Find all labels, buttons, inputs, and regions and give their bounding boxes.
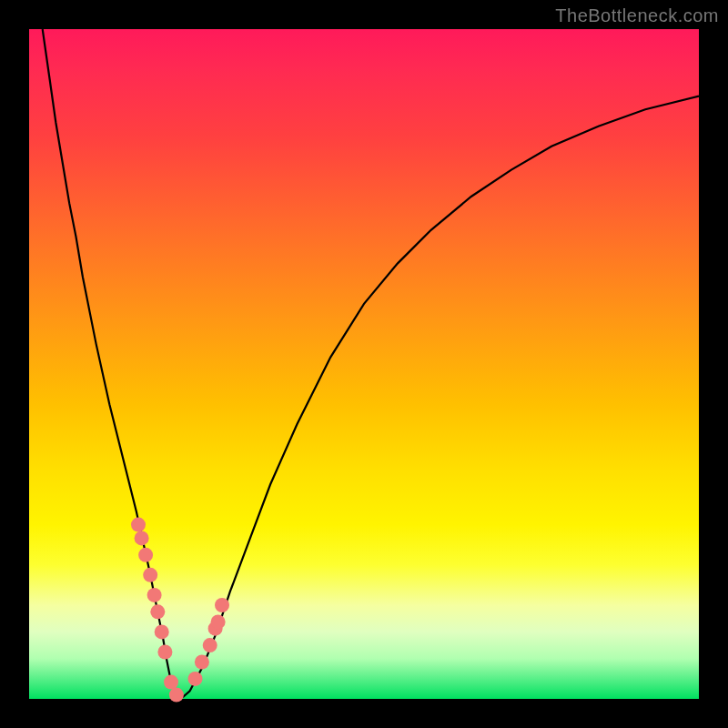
marker-dot [169,688,184,703]
marker-dot [143,568,157,582]
marker-dot [131,518,146,532]
marker-dot [195,655,209,670]
marker-dot [150,604,165,619]
marker-dot [147,588,162,602]
marker-dot [135,531,149,545]
marker-dot [188,672,203,686]
marker-dot [215,598,229,612]
marker-dot [164,675,178,690]
plot-frame [29,29,699,699]
plot-svg [29,29,699,699]
watermark-text: TheBottleneck.com [555,5,719,26]
marker-group [131,518,229,703]
marker-dot [157,645,172,660]
marker-dot [155,624,169,639]
marker-dot [203,638,217,652]
bottleneck-curve [43,29,699,697]
marker-dot [138,548,153,562]
marker-dot [211,614,226,629]
